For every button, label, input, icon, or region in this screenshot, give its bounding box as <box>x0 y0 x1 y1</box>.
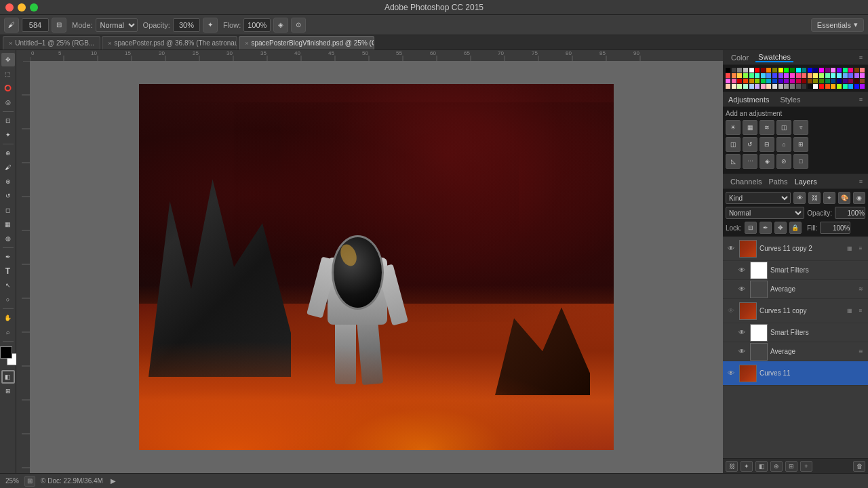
path-select-btn[interactable]: ↖ <box>1 279 15 292</box>
new-group-btn[interactable]: ⊞ <box>785 461 797 472</box>
swatch-ff8000[interactable] <box>766 68 771 73</box>
brush-size-input[interactable]: 584 <box>22 18 49 32</box>
swatch-00ff80[interactable] <box>843 68 848 73</box>
link-layers-btn[interactable]: ⛓ <box>726 461 738 472</box>
photo-filter-btn[interactable]: ⊞ <box>793 137 808 152</box>
blend-mode-select[interactable]: Normal <box>96 18 138 32</box>
swatch-44ff88[interactable] <box>749 73 754 78</box>
swatch-cc44ff[interactable] <box>784 73 789 78</box>
swatch-88cc00[interactable] <box>755 79 760 83</box>
swatch-ee4400[interactable] <box>743 79 748 83</box>
swatch-1111ff[interactable] <box>854 84 859 89</box>
swatch-ccaaff[interactable] <box>755 84 760 89</box>
brush-btn[interactable]: 🖌 <box>1 161 15 174</box>
avg1-icon[interactable]: ≋ <box>856 285 865 294</box>
hand-btn[interactable]: ✋ <box>1 311 15 325</box>
swatch-c0c0c0[interactable] <box>743 68 748 73</box>
swatch-66aaff[interactable] <box>843 73 848 78</box>
swatch-aaff66[interactable] <box>819 73 824 78</box>
swatch-ffff00[interactable] <box>778 68 783 73</box>
selective-color-btn[interactable]: □ <box>793 154 808 169</box>
tab-0[interactable]: × Untitled–1 @ 25% (RGB... <box>3 36 100 49</box>
swatch-ff8080[interactable] <box>860 68 865 73</box>
swatch-999999[interactable] <box>784 84 789 89</box>
smoothing-btn[interactable]: ◈ <box>273 18 288 33</box>
add-mask-btn[interactable]: ◧ <box>755 461 768 472</box>
swatch-884400[interactable] <box>808 79 812 83</box>
swatch-800080[interactable] <box>825 68 830 73</box>
zoom-fit-btn[interactable]: ⊞ <box>24 476 35 487</box>
tab-2[interactable]: × spacePosterBlogVfinished.psd @ 25% (Cu… <box>239 36 374 49</box>
eyedropper-btn[interactable]: ✦ <box>1 128 15 142</box>
swatch-ff0000[interactable] <box>755 68 760 73</box>
swatch-008000[interactable] <box>790 68 795 73</box>
swatch-ff8844[interactable] <box>732 73 736 78</box>
adjustments-title[interactable]: Adjustments <box>728 96 770 104</box>
swatch-ccffaa[interactable] <box>737 84 742 89</box>
move-tool-btn[interactable]: ✥ <box>1 53 15 66</box>
swatch-ffffff[interactable] <box>813 84 818 89</box>
swatch-404040[interactable] <box>732 68 736 73</box>
swatch-800000[interactable] <box>761 68 766 73</box>
swatch-11aaff[interactable] <box>848 84 853 89</box>
swatch-ff80ff[interactable] <box>831 68 835 73</box>
tablet-pressure-btn[interactable]: ⊙ <box>291 18 306 33</box>
minimize-window-btn[interactable] <box>18 3 26 12</box>
vibrance-adj-btn[interactable]: ◫ <box>726 137 741 152</box>
swatch-ffaacc[interactable] <box>761 84 766 89</box>
history-btn[interactable]: ↺ <box>1 189 15 203</box>
new-layer-btn[interactable]: + <box>800 461 812 472</box>
visibility-filter-btn[interactable]: 👁 <box>793 192 806 204</box>
posterize-btn[interactable]: ⋯ <box>743 154 757 169</box>
swatch-ffcc44[interactable] <box>737 73 742 78</box>
zoom-btn[interactable]: ⌕ <box>1 325 15 339</box>
swatch-cc8800[interactable] <box>749 79 754 83</box>
avg2-icon[interactable]: ≋ <box>856 347 865 357</box>
swatch-bbbbbb[interactable] <box>778 84 783 89</box>
swatch-000080[interactable] <box>813 68 818 73</box>
lock-pixels-btn[interactable]: ✒ <box>760 222 772 234</box>
toggle-filter-btn[interactable]: ◉ <box>853 192 865 204</box>
swatch-ff1111[interactable] <box>819 84 824 89</box>
layer-average-1[interactable]: 👁 Average ≋ <box>723 280 868 299</box>
brush-preset-btn[interactable]: ⊟ <box>52 18 66 33</box>
color-balance-btn[interactable]: ⊟ <box>760 137 774 152</box>
layer-blend-select[interactable]: Normal <box>726 207 804 219</box>
swatch-804000[interactable] <box>854 68 859 73</box>
maximize-window-btn[interactable] <box>30 3 38 12</box>
curves-adj-btn[interactable]: ≋ <box>760 120 774 135</box>
invert-btn[interactable]: ◺ <box>726 154 741 169</box>
screen-mode-btn[interactable]: ⊞ <box>1 384 15 398</box>
crop-btn[interactable]: ⊡ <box>1 114 15 127</box>
swatch-ff6666[interactable] <box>802 73 806 78</box>
swatch-00ff00[interactable] <box>784 68 789 73</box>
swatch-66eeff[interactable] <box>837 73 842 78</box>
black-white-btn[interactable]: ⌂ <box>776 137 791 152</box>
visibility-curves11copy2[interactable]: 👁 <box>726 243 736 254</box>
tab-close-2[interactable]: × <box>245 40 248 47</box>
add-style-btn[interactable]: ✦ <box>741 461 753 472</box>
lock-all-btn[interactable]: 🔒 <box>789 222 802 234</box>
essentials-menu[interactable]: Essentials ▾ <box>811 18 864 32</box>
swatches-collapse-btn[interactable]: ≡ <box>859 54 863 61</box>
swatch-aaffcc[interactable] <box>743 84 748 89</box>
delete-layer-btn[interactable]: 🗑 <box>853 461 865 472</box>
link-filter-btn[interactable]: ⛓ <box>808 192 821 204</box>
swatch-880044[interactable] <box>848 79 853 83</box>
swatch-111111[interactable] <box>808 84 812 89</box>
swatch-4488ff[interactable] <box>766 73 771 78</box>
clone-btn[interactable]: ⊗ <box>1 175 15 188</box>
color-filter-btn[interactable]: 🎨 <box>838 192 850 204</box>
threshold-btn[interactable]: ◈ <box>760 154 774 169</box>
swatch-0000ff[interactable] <box>808 68 812 73</box>
swatch-555555[interactable] <box>796 84 801 89</box>
swatch-448800[interactable] <box>819 79 824 83</box>
tab-close-0[interactable]: × <box>9 40 12 47</box>
swatch-ffaa11[interactable] <box>831 84 835 89</box>
canvas-content[interactable] <box>30 61 723 473</box>
airbrush-btn[interactable]: ✦ <box>203 18 218 33</box>
swatches-tab[interactable]: Swatches <box>755 53 793 62</box>
swatch-000088[interactable] <box>837 79 842 83</box>
paths-tab[interactable]: Paths <box>766 178 789 186</box>
ellipse-btn[interactable]: ○ <box>1 293 15 306</box>
